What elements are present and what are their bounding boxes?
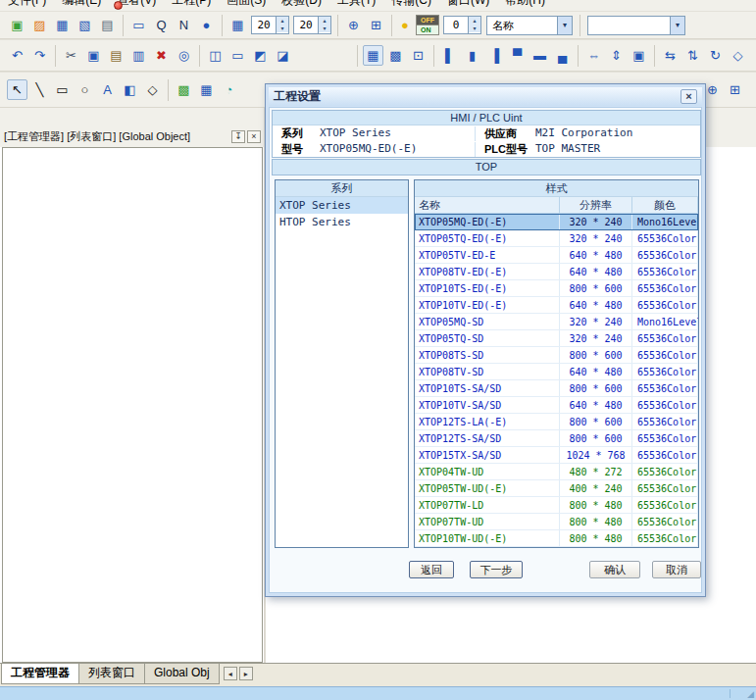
tab-scroll-right-icon[interactable]: ▸: [239, 667, 253, 680]
meter-tool-icon[interactable]: ◔: [219, 79, 239, 100]
rotate-icon[interactable]: ↻: [705, 45, 726, 66]
spin-down-icon[interactable]: ▾: [469, 25, 480, 32]
zoom-fit-tool-icon[interactable]: ⊞: [725, 79, 745, 100]
tab-scroll-left-icon[interactable]: ◂: [224, 667, 237, 680]
table-row[interactable]: XTOP15TX-SA/SD 1024 * 768 65536Color: [415, 447, 698, 464]
spin-down-icon[interactable]: ▾: [277, 25, 288, 32]
secondary-combobox[interactable]: ▾: [587, 16, 685, 35]
redo-icon[interactable]: ↷: [29, 45, 50, 66]
table-row[interactable]: XTOP08TV-ED(-E) 640 * 480 65536Color: [415, 264, 698, 280]
font-manager-icon[interactable]: N: [174, 15, 194, 35]
align-right-icon[interactable]: ▐: [484, 45, 505, 66]
find-icon[interactable]: ◎: [174, 45, 194, 66]
grid-settings-icon[interactable]: ▦: [227, 15, 248, 35]
flip-horizontal-icon[interactable]: ⇆: [660, 45, 680, 66]
table-row[interactable]: XTOP10TS-ED(-E) 800 * 600 65536Color: [415, 280, 698, 297]
polygon-tool-icon[interactable]: ◇: [142, 79, 163, 100]
align-center-h-icon[interactable]: ▮: [462, 45, 482, 66]
column-header-color[interactable]: 颜色: [632, 197, 698, 213]
align-bottom-icon[interactable]: ▄: [552, 45, 573, 66]
table-row[interactable]: XTOP05TQ-ED(-E) 320 * 240 65536Color: [415, 230, 698, 247]
menu-item[interactable]: 编辑(E): [54, 0, 109, 11]
name-combobox[interactable]: 名称 ▾: [486, 16, 573, 35]
table-row[interactable]: XTOP10TW-UD(-E) 800 * 480 65536Color: [415, 530, 698, 547]
zoom-in-icon[interactable]: ⊕: [343, 15, 364, 35]
grid-toggle-icon[interactable]: ▦: [363, 45, 383, 66]
table-row[interactable]: XTOP05TV-ED-E 640 * 480 65536Color: [415, 247, 698, 264]
special-paste-icon[interactable]: ▥: [128, 45, 149, 66]
save-icon[interactable]: ▦: [52, 15, 73, 35]
close-icon[interactable]: ×: [680, 89, 697, 104]
table-row[interactable]: XTOP05MQ-ED(-E) 320 * 240 Mono16Level: [415, 214, 698, 230]
zoom-area-icon[interactable]: ⊞: [366, 15, 386, 35]
panel-tab[interactable]: Global Obj: [144, 664, 220, 684]
spin-up-icon[interactable]: ▴: [277, 17, 288, 25]
paste-icon[interactable]: ▤: [106, 45, 126, 66]
dialog-title-bar[interactable]: 工程设置 ×: [269, 87, 702, 106]
confirm-button[interactable]: 确认: [589, 561, 640, 578]
column-header-name[interactable]: 名称: [415, 197, 560, 213]
table-row[interactable]: XTOP10TS-SA/SD 800 * 600 65536Color: [415, 380, 698, 397]
back-button[interactable]: 返回: [409, 561, 454, 578]
next-button[interactable]: 下一步: [470, 561, 523, 578]
table-row[interactable]: XTOP12TS-LA(-E) 800 * 600 65536Color: [415, 414, 698, 430]
flip-vertical-icon[interactable]: ⇅: [682, 45, 703, 66]
align-top-icon[interactable]: ▀: [507, 45, 528, 66]
guide-icon[interactable]: ⊡: [408, 45, 428, 66]
chevron-down-icon[interactable]: ▾: [557, 17, 572, 34]
bring-front-icon[interactable]: ◩: [250, 45, 271, 66]
series-list-item[interactable]: XTOP Series: [276, 197, 408, 214]
preview-icon[interactable]: Q: [151, 15, 172, 35]
menu-item[interactable]: 画面(S): [219, 0, 274, 11]
ellipse-tool-icon[interactable]: ○: [75, 79, 95, 100]
project-manager-panel[interactable]: [2, 147, 263, 663]
menu-item[interactable]: 文件(F): [0, 0, 54, 11]
table-row[interactable]: XTOP08TS-SD 800 * 600 65536Color: [415, 347, 698, 364]
snap-grid-icon[interactable]: ▩: [385, 45, 406, 66]
spin-up-icon[interactable]: ▴: [319, 17, 330, 25]
group-icon[interactable]: ◫: [205, 45, 226, 66]
object-library-icon[interactable]: ●: [196, 15, 217, 35]
align-left-icon[interactable]: ▌: [439, 45, 460, 66]
open-project-icon[interactable]: ▨: [29, 15, 50, 35]
grid-height-stepper[interactable]: 20 ▴▾: [293, 16, 331, 34]
table-row[interactable]: XTOP07TW-LD 800 * 480 65536Color: [415, 497, 698, 514]
blink-stepper[interactable]: 0 ▴▾: [443, 16, 481, 34]
table-row[interactable]: XTOP04TW-UD 480 * 272 65536Color: [415, 464, 698, 480]
chevron-down-icon[interactable]: ▾: [670, 17, 684, 34]
same-size-icon[interactable]: ▣: [629, 45, 649, 66]
table-row[interactable]: XTOP05MQ-SD 320 * 240 Mono16Level: [415, 314, 698, 330]
table-row[interactable]: XTOP12TS-SA/SD 800 * 600 65536Color: [415, 430, 698, 447]
panel-tab[interactable]: 列表窗口: [78, 664, 145, 684]
menu-item[interactable]: 帮助(H): [497, 0, 553, 11]
pin-icon[interactable]: ↧: [231, 130, 245, 143]
cut-icon[interactable]: ✂: [61, 45, 81, 66]
menu-item[interactable]: 校验(D): [274, 0, 329, 11]
image-tool-icon[interactable]: ▩: [174, 79, 194, 100]
line-tool-icon[interactable]: ╲: [29, 79, 50, 100]
export-icon[interactable]: ▧: [75, 15, 95, 35]
table-row[interactable]: XTOP10TV-ED(-E) 640 * 480 65536Color: [415, 297, 698, 314]
copy-icon[interactable]: ▣: [83, 45, 104, 66]
menu-item[interactable]: 工程(P): [164, 0, 219, 11]
resize-grip-icon[interactable]: ◢: [747, 689, 754, 699]
table-tool-icon[interactable]: ▦: [196, 79, 217, 100]
same-height-icon[interactable]: ⇕: [606, 45, 627, 66]
grid-width-stepper[interactable]: 20 ▴▾: [251, 16, 289, 34]
same-width-icon[interactable]: ⇔: [583, 45, 604, 66]
text-tool-icon[interactable]: A: [97, 79, 118, 100]
new-project-icon[interactable]: ▣: [7, 15, 27, 35]
blink-toggle[interactable]: OFF ON: [416, 15, 439, 35]
table-row[interactable]: XTOP10TV-SA/SD 640 * 480 65536Color: [415, 397, 698, 414]
series-list-item[interactable]: HTOP Series: [276, 214, 408, 230]
table-row[interactable]: XTOP07TW-UD 800 * 480 65536Color: [415, 514, 698, 530]
cancel-button[interactable]: 取消: [652, 561, 701, 578]
spin-down-icon[interactable]: ▾: [319, 25, 330, 32]
spin-up-icon[interactable]: ▴: [469, 17, 480, 25]
delete-icon[interactable]: ✖: [151, 45, 172, 66]
undo-icon[interactable]: ↶: [7, 45, 27, 66]
menu-item[interactable]: 传输(C): [383, 0, 439, 11]
column-header-resolution[interactable]: 分辨率: [560, 197, 632, 213]
menu-item[interactable]: 窗口(W): [439, 0, 497, 11]
send-back-icon[interactable]: ◪: [273, 45, 293, 66]
